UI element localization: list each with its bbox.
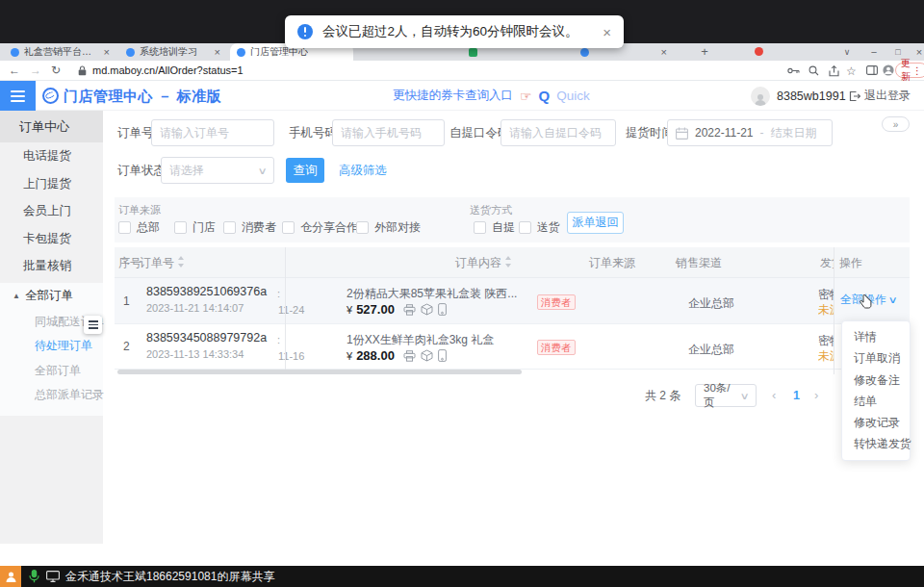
checkbox-self-pickup[interactable]: 自提 [474, 219, 515, 236]
window-close-button[interactable]: × [911, 43, 924, 61]
package-icon[interactable] [421, 349, 433, 362]
sidebar-group-header[interactable]: ▲ 全部订单 [0, 283, 103, 310]
checkbox-external[interactable]: 外部对接 [356, 219, 421, 236]
side-panel-icon[interactable] [866, 65, 878, 75]
sort-icon[interactable] [505, 256, 512, 268]
order-no-input[interactable] [151, 119, 274, 146]
col-header-seq: 序号 [118, 247, 141, 278]
sidebar-drag-handle-icon[interactable] [84, 316, 102, 334]
prev-page-button[interactable]: ‹ [772, 384, 776, 407]
logout-button[interactable]: 退出登录 [849, 81, 911, 111]
microphone-icon[interactable] [29, 570, 39, 583]
logout-icon [849, 90, 860, 102]
menu-item-convert-express[interactable]: 转快递发货 [842, 433, 910, 454]
quick-search-icon[interactable]: Q [539, 88, 551, 104]
horizontal-scrollbar[interactable] [117, 370, 522, 374]
sidebar-item-batch-verify[interactable]: 批量核销 [0, 252, 103, 280]
checkbox-icon[interactable] [118, 221, 131, 234]
tab-close-icon[interactable]: × [104, 46, 110, 58]
collapse-filters-button[interactable]: » [882, 116, 910, 132]
chevron-down-icon: ∨ [739, 391, 749, 401]
row-content: 2份精品大果85苹果礼盒装 陕西... [346, 286, 517, 302]
date-end-placeholder[interactable]: 结束日期 [771, 125, 817, 141]
sidebar-toggle-button[interactable] [0, 81, 36, 111]
date-start-value[interactable]: 2022-11-21 [695, 126, 754, 140]
tab-close-icon[interactable]: × [215, 46, 220, 58]
toast-close-icon[interactable]: × [603, 25, 611, 39]
menu-item-edit-history[interactable]: 修改记录 [842, 412, 910, 433]
quick-entry-link[interactable]: 更快捷的券卡查询入口 [393, 88, 513, 104]
col-header-order-no[interactable]: 订单号 [140, 247, 185, 278]
sidebar-sub-hq-dispatch-log[interactable]: 总部派单记录 [0, 383, 103, 408]
key-icon[interactable] [787, 66, 800, 75]
checkbox-warehouse-share[interactable]: 仓分享合作 [282, 219, 358, 236]
share-icon[interactable] [829, 65, 839, 77]
update-label: 更新 [901, 57, 911, 84]
phone-input[interactable] [332, 119, 445, 146]
sidebar-item-cardpack-pickup[interactable]: 卡包提货 [0, 225, 103, 253]
checkbox-store[interactable]: 门店 [174, 219, 216, 236]
browser-tab-1[interactable]: 礼盒营销平台管理中心 × [4, 43, 116, 61]
sidebar-sub-pending-orders[interactable]: 待处理订单 [0, 334, 103, 359]
checkbox-icon[interactable] [223, 221, 236, 234]
phone-icon[interactable] [438, 303, 447, 316]
checkbox-consumer[interactable]: 消费者 [223, 219, 276, 236]
currency-symbol: ¥ [346, 304, 352, 316]
col-header-content[interactable]: 订单内容 [455, 247, 512, 278]
advanced-filter-link[interactable]: 高级筛选 [339, 158, 387, 183]
browser-tab-2[interactable]: 系统培训学习 × [119, 43, 227, 61]
quick-word[interactable]: Quick [556, 89, 590, 103]
sidebar-item-member-visit[interactable]: 会员上门 [0, 197, 103, 225]
tab-search-icon[interactable]: ∨ [839, 43, 855, 61]
package-icon[interactable] [421, 303, 433, 316]
participant-icon[interactable] [0, 566, 21, 587]
checkbox-icon[interactable] [282, 221, 295, 234]
reload-icon[interactable]: ↻ [51, 61, 61, 81]
menu-item-edit-remark[interactable]: 修改备注 [842, 370, 910, 391]
row-order-no: 83859345088979792a [146, 331, 267, 345]
search-button[interactable]: 查询 [286, 158, 324, 183]
sidebar-sub-all-orders[interactable]: 全部订单 [0, 359, 103, 384]
page-size-select[interactable]: 30条/页 ∨ [695, 384, 757, 407]
phone-icon[interactable] [438, 349, 447, 362]
col-header-channel: 销售渠道 [676, 247, 722, 278]
meeting-toast: 会议已超过2人，自动转为60分钟限时会议。 × [285, 15, 624, 48]
row-seq: 1 [123, 294, 130, 308]
printer-icon[interactable] [403, 350, 416, 362]
screen-share-bar: 金禾通技术王斌18662591081的屏幕共享 [0, 566, 924, 587]
bookmark-star-icon[interactable]: ☆ [846, 62, 857, 82]
checkbox-icon[interactable] [356, 221, 369, 234]
sort-icon[interactable] [178, 256, 185, 268]
dispatch-return-button[interactable]: 派单退回 [567, 212, 624, 234]
url-text[interactable]: md.maboy.cn/AllOrder?status=1 [92, 61, 244, 81]
menu-item-details[interactable]: 详情 [842, 326, 910, 347]
menu-item-close-order[interactable]: 结单 [842, 391, 910, 412]
checkbox-hq[interactable]: 总部 [118, 219, 160, 236]
checkbox-icon[interactable] [174, 221, 187, 234]
next-page-button[interactable]: › [814, 384, 818, 407]
printer-icon[interactable] [403, 304, 416, 316]
date-range-picker[interactable]: 2022-11-21 - 结束日期 [667, 119, 833, 146]
browser-update-button[interactable]: 更新 ⋮ [895, 63, 924, 78]
forward-icon[interactable]: → [30, 61, 41, 81]
more-menu-icon[interactable]: ⋮ [912, 65, 922, 76]
col-header-source: 订单来源 [589, 247, 635, 278]
sidebar-item-door-pickup[interactable]: 上门提货 [0, 170, 103, 198]
back-icon[interactable]: ← [9, 61, 20, 81]
quick-entry-area: 更快捷的券卡查询入口 ☞ Q Quick [393, 81, 590, 111]
checkbox-icon[interactable] [519, 221, 531, 234]
page-number-1[interactable]: 1 [793, 384, 800, 407]
profile-avatar-icon[interactable] [883, 64, 894, 76]
checkbox-icon[interactable] [474, 221, 486, 234]
order-status-select[interactable]: 请选择 ∨ [161, 157, 274, 184]
checkbox-delivery[interactable]: 送货 [519, 219, 560, 236]
row-order-no: 83859389251069376a [146, 285, 267, 298]
row-channel: 企业总部 [688, 342, 734, 358]
menu-item-cancel-order[interactable]: 订单取消 [842, 347, 910, 369]
new-tab-button[interactable]: + [697, 43, 712, 61]
sidebar-item-phone-pickup[interactable]: 电话提货 [0, 142, 103, 170]
zoom-icon[interactable] [808, 65, 819, 76]
pickup-code-input[interactable] [500, 119, 616, 146]
window-minimize-button[interactable]: − [866, 43, 882, 61]
tab-close-icon[interactable]: × [661, 46, 667, 58]
